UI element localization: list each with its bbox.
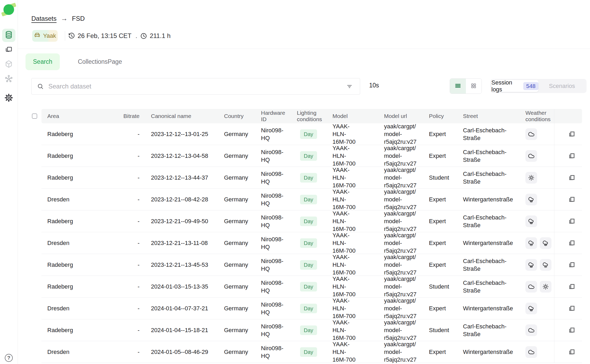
cell-model-url: yaak/​cargpt/​model-r5ajq2ru:v27 [384, 166, 424, 189]
cell-country: Germany [224, 283, 256, 290]
car-icon [34, 32, 41, 40]
cell-area: Radeberg [47, 326, 121, 334]
sidebar-item-collections[interactable] [2, 43, 15, 56]
lighting-badge: Day [300, 304, 317, 313]
rain-cloud-icon [525, 303, 537, 314]
help-icon[interactable]: ? [5, 354, 13, 362]
sidebar-item-workflows[interactable] [2, 73, 15, 86]
sidebar-item-models[interactable] [2, 58, 15, 71]
cell-canonical-name: 2023-12-12--13-04-58 [151, 152, 219, 160]
sidebar-item-datasets[interactable] [2, 29, 15, 42]
clock-icon [140, 32, 147, 40]
lighting-badge: Day [300, 195, 317, 204]
cell-bitrate: - [121, 261, 140, 269]
dataset-meta-row: Yaak 26 Feb, 13:15 CET . 211.1 h [32, 30, 171, 42]
cell-actions [554, 319, 582, 341]
copy-button[interactable] [567, 326, 576, 335]
sidebar-item-settings[interactable] [2, 92, 15, 105]
cell-hardware-id: Niro098-HQ [261, 235, 286, 251]
cell-area: Dresden [47, 196, 121, 203]
table-row[interactable]: Radeberg - 2023-12-21--09-49-50 Germany … [41, 210, 582, 232]
cell-lighting-conditions: Day [297, 325, 327, 335]
rain-cloud-icon [540, 237, 551, 249]
copy-button[interactable] [567, 304, 576, 313]
cell-policy: Student [429, 283, 458, 290]
copy-button[interactable] [567, 260, 576, 269]
drizzle-cloud-icon [540, 259, 551, 271]
table-row[interactable]: Radeberg - 2023-12-12--13-44-37 Germany … [41, 167, 582, 189]
session-logs-count-badge: 548 [523, 82, 538, 90]
settings-gear-icon [4, 93, 14, 104]
cell-canonical-name: 2023-12-12--13-01-25 [151, 130, 219, 138]
database-icon [4, 30, 13, 40]
cell-lighting-conditions: Day [297, 260, 327, 270]
table-row[interactable]: Radeberg - 2023-12-12--13-01-25 Germany … [41, 123, 582, 145]
copy-button[interactable] [567, 282, 576, 291]
cell-bitrate: - [121, 304, 140, 312]
list-view-button[interactable] [450, 79, 466, 94]
cell-policy: Expert [429, 130, 458, 138]
copy-button[interactable] [567, 195, 576, 204]
table-row[interactable]: Radeberg - 2024-01-04--15-18-21 Germany … [41, 319, 582, 341]
cell-area: Radeberg [47, 130, 121, 138]
table-row[interactable]: Dresden - 2023-12-21--08-42-28 Germany N… [41, 189, 582, 210]
cell-canonical-name: 2023-12-21--13-11-08 [151, 239, 219, 247]
select-all-checkbox[interactable] [32, 113, 37, 119]
table-row[interactable]: Dresden - 2023-12-21--13-11-08 Germany N… [41, 232, 582, 254]
cell-country: Germany [224, 261, 256, 269]
copy-button[interactable] [567, 173, 576, 182]
table-row[interactable]: Dresden - 2024-01-05--08-46-29 Germany N… [41, 341, 582, 363]
cell-actions [554, 232, 582, 254]
copy-button[interactable] [567, 239, 576, 248]
weather-cell [525, 237, 554, 249]
cell-hardware-id: Niro098-HQ [261, 301, 286, 316]
breadcrumb-datasets-link[interactable]: Datasets [31, 15, 57, 22]
cell-canonical-name: 2024-01-04--07-37-21 [151, 304, 219, 312]
table-row[interactable]: Radeberg - 2024-01-03--15-13-35 Germany … [41, 276, 582, 298]
tab-search[interactable]: Search [26, 53, 60, 70]
copy-button[interactable] [567, 217, 576, 226]
cell-bitrate: - [121, 130, 140, 138]
table-row[interactable]: Radeberg - 2023-12-12--13-04-58 Germany … [41, 145, 582, 167]
segment-session-logs[interactable]: Session logs 548 [491, 80, 538, 92]
cell-lighting-conditions: Day [297, 173, 327, 183]
filter-icon[interactable] [345, 82, 354, 91]
cloud-icon [525, 150, 537, 162]
cell-area: Radeberg [47, 174, 121, 181]
copy-button[interactable] [567, 151, 576, 160]
refresh-interval: 10s [369, 82, 379, 89]
header-country: Country [224, 113, 256, 119]
table-header-row: Area Bitrate Canonical name Country Hard… [41, 109, 582, 123]
cell-country: Germany [224, 348, 256, 356]
app-logo[interactable] [2, 3, 15, 16]
arrow-right-icon: → [61, 14, 68, 23]
logo-circle-icon [3, 4, 14, 15]
cell-hardware-id: Niro098-HQ [261, 148, 286, 164]
cell-bitrate: - [121, 174, 140, 181]
cell-model: YAAK-HLN-16M-700 [332, 297, 359, 320]
cell-model: YAAK-HLN-16M-700 [332, 144, 359, 167]
table-row[interactable]: Radeberg - 2023-12-21--13-45-53 Germany … [41, 254, 582, 276]
tab-collections-page[interactable]: CollectionsPage [70, 53, 129, 70]
grid-view-button[interactable] [466, 79, 482, 94]
drizzle-cloud-icon [525, 237, 537, 249]
cloud-icon [525, 346, 537, 358]
table-row[interactable]: Dresden - 2024-01-04--07-37-21 Germany N… [41, 298, 582, 319]
list-view-icon [454, 82, 462, 90]
cell-actions [554, 145, 582, 167]
header-canonical-name: Canonical name [151, 113, 219, 119]
cell-lighting-conditions: Day [297, 304, 327, 313]
weather-cell [525, 194, 554, 205]
cell-policy: Expert [429, 239, 458, 247]
collections-icon [5, 45, 13, 54]
cell-canonical-name: 2023-12-12--13-44-37 [151, 174, 219, 181]
search-icon [37, 83, 44, 90]
segment-scenarios[interactable]: Scenarios [538, 80, 585, 92]
header-policy: Policy [429, 113, 458, 119]
search-input[interactable] [48, 83, 345, 90]
copy-button[interactable] [567, 348, 576, 357]
cube-icon [4, 60, 13, 70]
cell-street: Carl-Eschebach-Straße [463, 148, 516, 164]
cell-hardware-id: Niro098-HQ [261, 257, 286, 273]
copy-button[interactable] [567, 130, 576, 139]
